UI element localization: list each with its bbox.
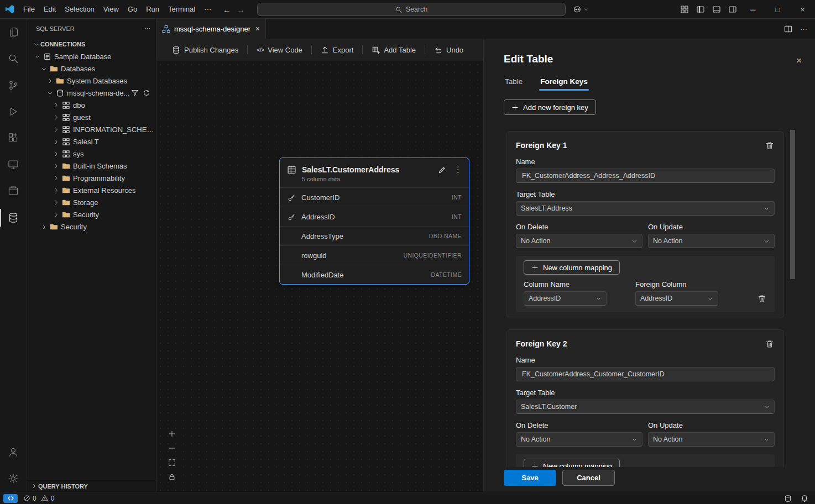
forward-icon[interactable]: →: [237, 5, 245, 14]
query-history-section-header[interactable]: QUERY HISTORY: [27, 480, 156, 492]
menu-edit[interactable]: Edit: [39, 3, 60, 15]
run-debug-icon[interactable]: [0, 98, 27, 125]
explorer-icon[interactable]: [0, 19, 27, 45]
lock-icon[interactable]: [167, 472, 177, 482]
remote-explorer-icon[interactable]: [0, 151, 27, 178]
column-row-modifieddate[interactable]: ModifiedDate DATETIME: [280, 265, 469, 284]
add-table-button[interactable]: Add Table: [367, 43, 420, 57]
menu-go[interactable]: Go: [123, 3, 142, 15]
tree-item-built-in-schemas[interactable]: Built-in Schemas: [27, 160, 156, 172]
menu-selection[interactable]: Selection: [60, 3, 98, 15]
fk2-on-delete-dropdown[interactable]: No Action: [516, 432, 642, 447]
kebab-menu-icon[interactable]: ⋮: [454, 165, 462, 175]
schema-designer-canvas[interactable]: SalesLT.CustomerAddress ⋮ 5 column data …: [156, 61, 483, 492]
menu-view[interactable]: View: [99, 3, 123, 15]
table-node-customeraddress[interactable]: SalesLT.CustomerAddress ⋮ 5 column data …: [279, 158, 469, 285]
refresh-icon[interactable]: [143, 89, 150, 97]
toggle-secondary-sidebar-icon[interactable]: [724, 0, 740, 19]
tree-item-security-db[interactable]: Security: [27, 208, 156, 221]
undo-button[interactable]: Undo: [430, 43, 468, 57]
command-center-search[interactable]: Search: [257, 3, 566, 16]
column-row-addresstype[interactable]: AddressType DBO.NAME: [280, 226, 469, 245]
column-name-label: Column Name: [524, 280, 635, 288]
extensions-icon[interactable]: [0, 125, 27, 151]
back-icon[interactable]: ←: [223, 5, 231, 14]
panel-close-icon[interactable]: ×: [796, 55, 802, 66]
account-icon[interactable]: [0, 439, 27, 465]
save-button[interactable]: Save: [504, 470, 556, 486]
split-editor-icon[interactable]: [784, 25, 792, 33]
column-row-rowguid[interactable]: rowguid UNIQUEIDENTIFIER: [280, 245, 469, 265]
toggle-panel-icon[interactable]: [708, 0, 724, 19]
fk2-name-input[interactable]: [516, 367, 775, 381]
tree-item-information-schema[interactable]: INFORMATION_SCHEMA: [27, 123, 156, 135]
panel-scrollbar-thumb[interactable]: [790, 130, 795, 279]
remote-indicator-icon[interactable]: [3, 494, 18, 503]
menu-file[interactable]: File: [19, 3, 39, 15]
tree-item-programmability[interactable]: Programmability: [27, 172, 156, 184]
zoom-out-icon[interactable]: [167, 443, 177, 453]
database-status-icon[interactable]: [784, 495, 792, 502]
new-column-mapping-button[interactable]: New column mapping: [524, 260, 620, 275]
copilot-menu[interactable]: [573, 3, 589, 16]
mapping-column-dropdown[interactable]: AddressID: [524, 291, 607, 306]
tab-mssql-schema-designer[interactable]: mssql-schema-designer ×: [156, 19, 266, 39]
add-new-foreign-key-button[interactable]: Add new foreign key: [504, 99, 596, 115]
settings-gear-icon[interactable]: [0, 465, 27, 492]
edit-pencil-icon[interactable]: [438, 166, 446, 174]
column-row-customerid[interactable]: CustomerID INT: [280, 187, 469, 207]
new-column-mapping-button[interactable]: New column mapping: [524, 459, 620, 467]
fk2-on-update-dropdown[interactable]: No Action: [648, 432, 775, 447]
problems-indicator[interactable]: 0 0: [23, 495, 54, 502]
sql-server-icon[interactable]: [0, 204, 27, 231]
customize-layout-icon[interactable]: [676, 0, 692, 19]
column-row-addressid[interactable]: AddressID INT: [280, 207, 469, 226]
sidebar-more-icon[interactable]: ⋯: [144, 25, 150, 32]
tree-item-dbo[interactable]: dbo: [27, 99, 156, 111]
close-window-button[interactable]: ×: [790, 0, 815, 19]
bell-icon[interactable]: [801, 495, 808, 502]
menu-run[interactable]: Run: [142, 3, 164, 15]
menu-terminal[interactable]: Terminal: [164, 3, 200, 15]
tree-item-external-resources[interactable]: External Resources: [27, 184, 156, 196]
view-code-button[interactable]: </> View Code: [252, 43, 307, 57]
source-control-icon[interactable]: [0, 72, 27, 98]
fk2-target-table-dropdown[interactable]: SalesLT.Customer: [516, 400, 775, 414]
tree-item-storage[interactable]: Storage: [27, 196, 156, 208]
tree-item-saleslt[interactable]: SalesLT: [27, 135, 156, 148]
zoom-in-icon[interactable]: [167, 429, 177, 439]
search-sidebar-icon[interactable]: [0, 45, 27, 72]
export-button[interactable]: Export: [316, 43, 358, 57]
tree-item-security-server[interactable]: Security: [27, 221, 156, 233]
database-projects-icon[interactable]: [0, 178, 27, 204]
tree-item-system-databases[interactable]: System Databases: [27, 75, 156, 87]
editor-more-icon[interactable]: ⋯: [800, 25, 807, 33]
maximize-button[interactable]: □: [765, 0, 790, 19]
delete-foreign-key-icon[interactable]: [765, 140, 775, 150]
delete-mapping-icon[interactable]: [757, 293, 767, 303]
cancel-button[interactable]: Cancel: [562, 470, 615, 486]
tree-item-sample-database[interactable]: Sample Database: [27, 50, 156, 62]
tree-item-databases[interactable]: Databases: [27, 62, 156, 75]
toggle-primary-sidebar-icon[interactable]: [692, 0, 708, 19]
mapping-foreign-column-dropdown[interactable]: AddressID: [635, 291, 718, 306]
tree-item-sys[interactable]: sys: [27, 148, 156, 160]
tree-item-guest[interactable]: guest: [27, 111, 156, 123]
connections-section-header[interactable]: CONNECTIONS: [27, 38, 156, 50]
delete-foreign-key-icon[interactable]: [765, 339, 775, 349]
menu-more-icon[interactable]: ⋯: [200, 3, 216, 15]
fk1-target-table-dropdown[interactable]: SalesLT.Address: [516, 201, 775, 216]
tab-close-icon[interactable]: ×: [255, 24, 260, 33]
tree-item-label: Sample Database: [54, 53, 111, 61]
chevron-down-icon: [764, 437, 770, 443]
tree-item-mssql-schema-designer-db[interactable]: mssql-schema-de...: [27, 87, 156, 99]
fk1-on-delete-dropdown[interactable]: No Action: [516, 234, 642, 248]
tab-foreign-keys[interactable]: Foreign Keys: [539, 74, 589, 91]
filter-icon[interactable]: [131, 89, 139, 97]
publish-changes-button[interactable]: Publish Changes: [168, 43, 243, 57]
fk1-name-input[interactable]: [516, 169, 775, 183]
fk1-on-update-dropdown[interactable]: No Action: [648, 234, 775, 248]
minimize-button[interactable]: ─: [740, 0, 765, 19]
fit-view-icon[interactable]: [167, 458, 177, 468]
tab-table[interactable]: Table: [504, 74, 524, 91]
